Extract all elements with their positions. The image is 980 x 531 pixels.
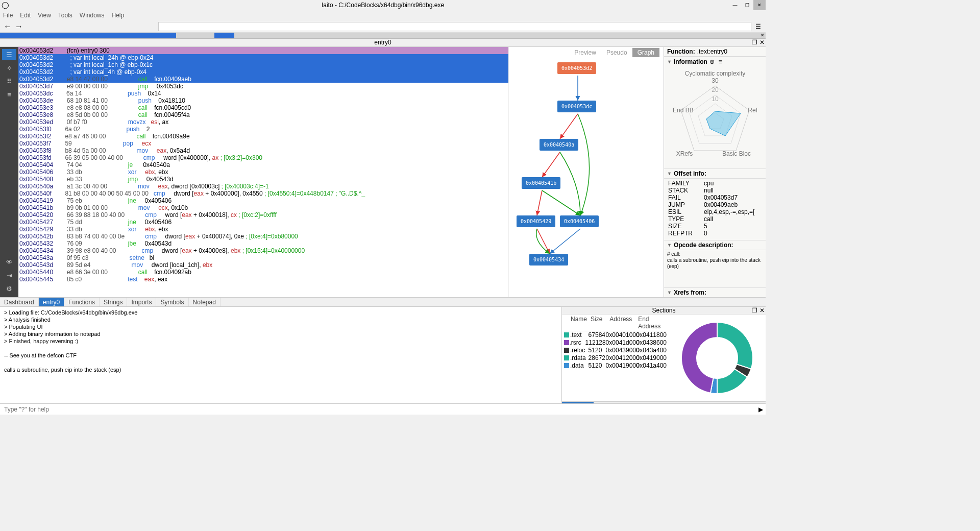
hex-view-icon[interactable]: ⠿ [2, 76, 16, 87]
list-view-icon[interactable]: ☰ [753, 22, 763, 31]
back-button[interactable]: ← [3, 22, 12, 31]
disasm-row[interactable]: 0x00405404 74 04 je 0x40540a [18, 161, 508, 168]
eye-icon[interactable]: 👁 [2, 256, 16, 268]
disasm-row[interactable]: 0x0040540f 81 b8 00 00 40 00 50 45 00 00… [18, 190, 508, 197]
disasm-row[interactable]: 0x004053d2 ; var int local_24h @ ebp-0x2… [18, 54, 508, 61]
segment-close-icon[interactable]: ✕ [761, 33, 765, 38]
disasm-row[interactable]: 0x0040542b 83 b8 74 00 40 00 0e cmp dwor… [18, 233, 508, 240]
section-row[interactable]: .reloc51200x004390000x043a400 [564, 347, 667, 354]
disasm-row[interactable]: 0x004053de 68 10 81 41 00 push 0x418110 [18, 97, 508, 104]
tab-notepad[interactable]: Notepad [189, 298, 220, 306]
graph-node[interactable]: 0x00405429 [517, 215, 555, 227]
disasm-row[interactable]: 0x004053d2 e8 14 47 00 00 call fcn.00409… [18, 76, 508, 83]
disasm-row[interactable]: 0x004053e3 e8 e8 08 00 00 call fcn.00405… [18, 104, 508, 111]
sections-donut-chart [669, 315, 766, 401]
graph-mode-tabs: Preview Pseudo Graph [569, 48, 659, 57]
sections-panel: Sections❐✕ NameSizeAddressEnd Address .t… [561, 307, 766, 403]
menu-file[interactable]: File [3, 12, 13, 19]
disasm-row[interactable]: 0x004053e8 e8 5d 0b 00 00 call fcn.00405… [18, 111, 508, 118]
sections-table[interactable]: NameSizeAddressEnd Address .text675840x0… [562, 315, 669, 401]
disasm-row[interactable]: 0x00405419 75 eb jne 0x405406 [18, 197, 508, 204]
memory-segment-bar[interactable]: ✕ [0, 33, 766, 39]
graph-node[interactable]: 0x0040541b [522, 177, 560, 189]
disasm-row[interactable]: 0x004053fd 66 39 05 00 00 40 00 cmp word… [18, 154, 508, 161]
pin-icon[interactable]: ⊕ [709, 58, 715, 65]
section-opcode[interactable]: ▼Opcode description: [664, 240, 766, 250]
list-icon[interactable]: ≡ [2, 89, 16, 100]
disasm-row[interactable]: 0x0040541b b9 0b 01 00 00 mov ecx, 0x10b [18, 204, 508, 211]
disassembly-listing[interactable]: 0x004053d2 (fcn) entry0 3000x004053d2 ; … [18, 47, 508, 297]
forward-button[interactable]: → [14, 22, 23, 31]
svg-text:End BB: End BB [673, 107, 694, 114]
function-value: .text:entry0 [697, 48, 727, 55]
section-xrefs[interactable]: ▼Xrefs from: [664, 287, 766, 297]
exit-icon[interactable]: ⇥ [2, 270, 16, 281]
disasm-row[interactable]: 0x0040543d 89 5d e4 mov dword [local_1ch… [18, 261, 508, 269]
disasm-row[interactable]: 0x00405408 eb 33 jmp 0x40543d [18, 176, 508, 183]
disasm-row[interactable]: 0x004053ed 0f b7 f0 movzx esi, ax [18, 118, 508, 126]
disasm-row[interactable]: 0x004053f2 e8 a7 46 00 00 call fcn.00409… [18, 133, 508, 140]
graph-node[interactable]: 0x0040540a [540, 139, 578, 151]
disasm-row[interactable]: 0x004053d2 ; var int local_1ch @ ebp-0x1… [18, 61, 508, 68]
disasm-row[interactable]: 0x00405445 85 c0 test eax, eax [18, 276, 508, 283]
panel-close-icon[interactable]: ✕ [760, 307, 765, 314]
section-information[interactable]: ▼ Information ⊕ ≡ [664, 57, 766, 66]
disasm-row[interactable]: 0x004053d7 e9 00 00 00 00 jmp 0x4053dc [18, 83, 508, 90]
section-offset[interactable]: ▼Offset info: [664, 168, 766, 178]
disasm-row[interactable]: 0x00405429 33 db xor ebx, ebx [18, 226, 508, 233]
panel-close-icon[interactable]: ✕ [760, 39, 765, 46]
run-button[interactable]: ▶ [755, 404, 766, 415]
section-row[interactable]: .rsrc1121280x0041d0000x0438600 [564, 339, 667, 347]
disasm-row[interactable]: 0x00405440 e8 66 3e 00 00 call fcn.00409… [18, 269, 508, 276]
disasm-row[interactable]: 0x00405434 39 98 e8 00 40 00 cmp dword [… [18, 247, 508, 254]
close-button[interactable]: ✕ [753, 0, 766, 10]
disasm-row[interactable]: 0x004053f8 b8 4d 5a 00 00 mov eax, 0x5a4… [18, 147, 508, 154]
graph-panel[interactable]: Preview Pseudo Graph 0x004053d20x004053d… [508, 47, 664, 297]
disasm-row[interactable]: 0x00405427 75 dd jne 0x405406 [18, 219, 508, 226]
minimize-button[interactable]: — [729, 0, 741, 10]
tab-dashboard[interactable]: Dashboard [0, 298, 39, 306]
tab-entry0[interactable]: entry0 [39, 298, 64, 306]
command-input[interactable] [0, 404, 561, 415]
panel-popout-icon[interactable]: ❐ [752, 307, 757, 314]
disasm-row[interactable]: 0x00405432 76 09 jbe 0x40543d [18, 240, 508, 247]
section-row[interactable]: .data51200x004190000x041a400 [564, 362, 667, 370]
graph-node[interactable]: 0x00405434 [529, 254, 568, 266]
disasm-row[interactable]: 0x0040543a 0f 95 c3 setne bl [18, 254, 508, 261]
disasm-row[interactable]: 0x00405420 66 39 88 18 00 40 00 cmp word… [18, 211, 508, 219]
section-row[interactable]: .text675840x004010000x0411800 [564, 331, 667, 339]
graph-node[interactable]: 0x00405406 [560, 215, 599, 227]
tab-strings[interactable]: Strings [100, 298, 127, 306]
menu-tools[interactable]: Tools [58, 12, 72, 19]
title-bar: ◯ Iaito - C:/CodeBlocks/x64dbg/bin/x96db… [0, 0, 766, 10]
tab-functions[interactable]: Functions [64, 298, 100, 306]
disasm-row[interactable]: 0x0040540a a1 3c 00 40 00 mov eax, dword… [18, 183, 508, 190]
tab-imports[interactable]: Imports [127, 298, 156, 306]
maximize-button[interactable]: ❐ [741, 0, 753, 10]
tab-preview[interactable]: Preview [569, 48, 601, 57]
menu-view[interactable]: View [38, 12, 51, 19]
section-row[interactable]: .rdata286720x004120000x0419000 [564, 354, 667, 362]
disasm-row[interactable]: 0x004053f7 59 pop ecx [18, 140, 508, 147]
graph-node[interactable]: 0x004053d2 [557, 62, 596, 74]
graph-node[interactable]: 0x004053dc [557, 101, 596, 112]
panel-menu-icon[interactable]: ≡ [717, 58, 724, 65]
tab-pseudo[interactable]: Pseudo [601, 48, 632, 57]
menu-edit[interactable]: Edit [20, 12, 31, 19]
disasm-row[interactable]: 0x004053d2 (fcn) entry0 300 [18, 47, 508, 54]
menu-help[interactable]: Help [112, 12, 125, 19]
disasm-row[interactable]: 0x00405406 33 db xor ebx, ebx [18, 168, 508, 176]
tab-symbols[interactable]: Symbols [156, 298, 188, 306]
disasm-row[interactable]: 0x004053d2 ; var int local_4h @ ebp-0x4 [18, 68, 508, 76]
disasm-row[interactable]: 0x004053dc 6a 14 push 0x14 [18, 90, 508, 97]
disasm-row[interactable]: 0x004053f0 6a 02 push 2 [18, 126, 508, 133]
svg-text:30: 30 [712, 77, 719, 84]
disasm-view-icon[interactable]: ☰ [2, 49, 16, 60]
graph-view-icon[interactable]: ⟡ [2, 62, 16, 74]
panel-popout-icon[interactable]: ❐ [752, 39, 757, 46]
info-panel: Function: .text:entry0 ▼ Information ⊕ ≡… [664, 47, 766, 297]
settings-icon[interactable]: ⚙ [2, 283, 16, 294]
tab-graph[interactable]: Graph [632, 48, 659, 57]
menu-windows[interactable]: Windows [80, 12, 105, 19]
address-input[interactable] [158, 22, 751, 31]
